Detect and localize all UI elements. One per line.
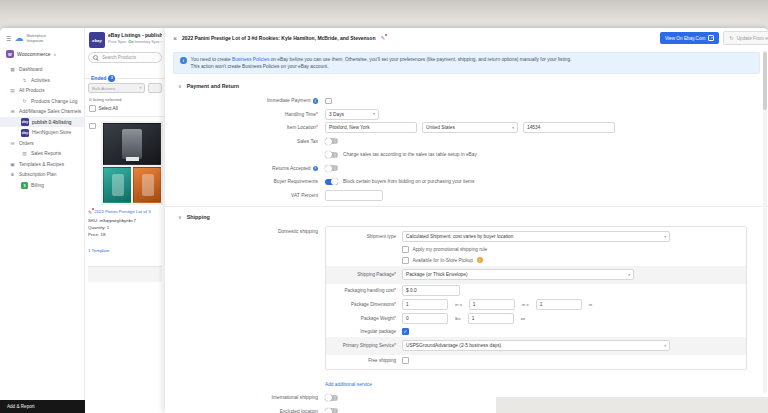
dimension-length-input[interactable]: 1 <box>402 299 448 310</box>
listing-card[interactable]: ✎ 2022 Panini Prestige Lot of 3 #d SKU: … <box>85 116 165 286</box>
irregular-package-checkbox[interactable]: ✓ <box>402 328 409 335</box>
products-icon: ▤ <box>9 88 16 93</box>
sidebar-item-orders[interactable]: ⊟ Orders <box>0 138 84 149</box>
chevron-down-icon: ▾ <box>139 86 141 90</box>
chevron-down-icon: ▾ <box>373 112 375 116</box>
store-selector-label: Woocommerce <box>17 51 51 57</box>
handling-cost-input[interactable]: $ 0.0 <box>402 285 460 296</box>
business-policies-link[interactable]: Business Policies <box>232 57 269 62</box>
sidebar-item-subscription-plan[interactable]: ♛ Subscription Plan <box>0 169 84 180</box>
edit-title-icon[interactable]: ✎ <box>380 35 385 41</box>
item-location-zip-input[interactable]: 14534 <box>523 122 615 133</box>
store-pickup-checkbox[interactable] <box>402 257 409 264</box>
close-icon[interactable]: × <box>170 35 180 42</box>
app-name-line2: Integration <box>26 39 46 44</box>
search-icon <box>93 55 99 61</box>
listing-title: 2022 Panini Prestige Lot of 3 #d Rookies… <box>182 35 375 41</box>
secondary-action-button[interactable] <box>148 83 162 93</box>
weight-oz-input[interactable]: 1 <box>468 313 514 324</box>
info-icon: i <box>313 98 319 104</box>
listings-tabs: Ended 3 <box>85 66 165 79</box>
charge-tax-toggle[interactable] <box>325 152 338 158</box>
weight-lbs-input[interactable]: 0 <box>402 313 448 324</box>
sales-tax-row: Sales Tax <box>178 136 758 147</box>
editor-header: × 2022 Panini Prestige Lot of 3 #d Rooki… <box>165 28 768 48</box>
chevron-expanded-icon: ∨ <box>178 83 182 89</box>
activities-icon: ↯ <box>21 78 28 83</box>
banner-line1: You need to create Business Policies on … <box>191 56 572 63</box>
listing-editor-panel: × 2022 Panini Prestige Lot of 3 #d Rooki… <box>165 28 768 413</box>
ebay-icon: ebay <box>21 129 29 137</box>
tab-count-badge: 3 <box>108 75 115 82</box>
sidebar-item-templates-recipes[interactable]: ▣ Templates & Recipes <box>0 159 84 170</box>
product-title-link[interactable]: 2022 Panini Prestige Lot of 3 #d <box>94 209 152 214</box>
sidebar-item-products-change-log[interactable]: ↻ Products Change Log <box>0 96 84 107</box>
add-additional-service-link[interactable]: Add additional service <box>325 382 372 387</box>
sidebar-item-dashboard[interactable]: ▦ Dashboard <box>0 64 84 75</box>
shipping-package-row: Shipping Package* Package (or Thick Enve… <box>326 266 746 284</box>
edit-icon[interactable]: ✎ <box>88 209 92 215</box>
returns-accepted-toggle[interactable] <box>325 165 338 171</box>
templates-icon: ▣ <box>9 162 16 167</box>
bulk-actions-dropdown[interactable]: Bulk Actions ▾ <box>88 83 145 93</box>
vat-percent-input[interactable] <box>325 190 383 201</box>
sync-status: Price Sync: On Inventory Sync: On <box>108 40 162 44</box>
charge-tax-row: Charge sales tax according to the sales … <box>178 149 758 160</box>
sidebar-footer-label: Add & Report <box>7 404 35 409</box>
product-image-2 <box>103 167 131 203</box>
immediate-payment-row: Immediate Paymenti <box>178 95 758 106</box>
primary-service-select[interactable]: USPSGroundAdvantage (2-5 business days) … <box>402 340 670 351</box>
sidebar-item-publish-listing[interactable]: ebay publish 0.4b/listing <box>0 117 84 128</box>
section-payment-and-return[interactable]: ∨ Payment and Return <box>178 83 758 89</box>
app-window: ☰ ☁ Marketplace Integration W Woocommerc… <box>0 28 768 413</box>
dimension-width-input[interactable]: 1 <box>469 299 515 310</box>
view-on-ebay-button[interactable]: View On Ebay.Com ↗ <box>660 32 719 44</box>
sales-tax-toggle[interactable] <box>325 138 338 144</box>
window-bottom-corner <box>496 397 768 413</box>
sidebar-item-all-products[interactable]: ▤ All Products <box>0 85 84 96</box>
menu-icon[interactable]: ☰ <box>6 35 11 42</box>
store-selector[interactable]: W Woocommerce ∨ <box>0 47 84 61</box>
handling-time-select[interactable]: 3 Days ▾ <box>325 109 379 120</box>
shipping-package-select[interactable]: Package (or Thick Envelope) ▾ <box>402 269 634 280</box>
chevron-down-icon: ▾ <box>628 273 630 277</box>
handling-time-row: Handling Time* 3 Days ▾ <box>178 109 758 120</box>
sidebar-item-billing[interactable]: $ Billing <box>0 180 84 191</box>
panel-divider-band <box>88 266 162 282</box>
irregular-package-row: Irregular package ✓ <box>326 326 746 337</box>
listing-checkbox[interactable] <box>89 123 96 130</box>
scrollbar-track[interactable] <box>763 50 767 393</box>
sidebar-item-hiennguyen-store[interactable]: ebay HienNguyen Store <box>0 127 84 138</box>
screen: ☰ ☁ Marketplace Integration W Woocommerc… <box>0 0 768 413</box>
domestic-shipping-row: Domestic shipping Shipment type Calculat… <box>178 226 758 370</box>
sidebar-footer-bar[interactable]: Add & Report <box>0 400 85 413</box>
shipment-type-select[interactable]: Calculated Shipment: cost varies by buye… <box>402 231 670 242</box>
package-dimensions-row: Package Dimensions* 1 in x 1 in x 1 in <box>326 298 746 312</box>
item-location-city-input[interactable]: Pittsford, New York <box>325 122 417 133</box>
chevron-down-icon: ▾ <box>512 126 514 130</box>
excluded-location-toggle[interactable] <box>325 408 338 413</box>
buyer-requirements-toggle[interactable] <box>325 179 338 185</box>
chevron-down-icon: ▾ <box>664 235 666 239</box>
immediate-payment-checkbox[interactable] <box>325 98 332 105</box>
external-link-icon: ↗ <box>708 35 714 41</box>
update-from-ebay-button[interactable]: ↻ Update From eBay <box>723 31 768 45</box>
sidebar-item-activities[interactable]: ↯ Activities <box>0 75 84 86</box>
sidebar-nav: ▦ Dashboard ↯ Activities ▤ All Products … <box>0 64 84 190</box>
international-shipping-toggle[interactable] <box>325 395 338 401</box>
info-icon: i <box>313 166 319 172</box>
scrollbar-thumb[interactable] <box>763 52 767 110</box>
section-shipping[interactable]: ∨ Shipping <box>178 214 758 220</box>
free-shipping-checkbox[interactable] <box>402 357 409 364</box>
select-all-checkbox[interactable] <box>89 105 96 112</box>
dimension-height-input[interactable]: 1 <box>536 299 582 310</box>
promo-rule-checkbox[interactable] <box>402 246 409 253</box>
search-input[interactable]: Search Products <box>88 52 162 63</box>
template-link[interactable]: 1 Template <box>88 248 109 253</box>
desktop-top-strip <box>0 0 768 28</box>
sidebar-item-sales-reports[interactable]: ▥ Sales Reports <box>0 148 84 159</box>
select-all-row: Select All <box>89 105 161 112</box>
item-location-country-select[interactable]: United States ▾ <box>422 122 518 133</box>
info-banner: i You need to create Business Policies o… <box>173 52 760 74</box>
sidebar-item-sales-channels[interactable]: ⊞ Add/Manage Sales Channels <box>0 106 84 117</box>
